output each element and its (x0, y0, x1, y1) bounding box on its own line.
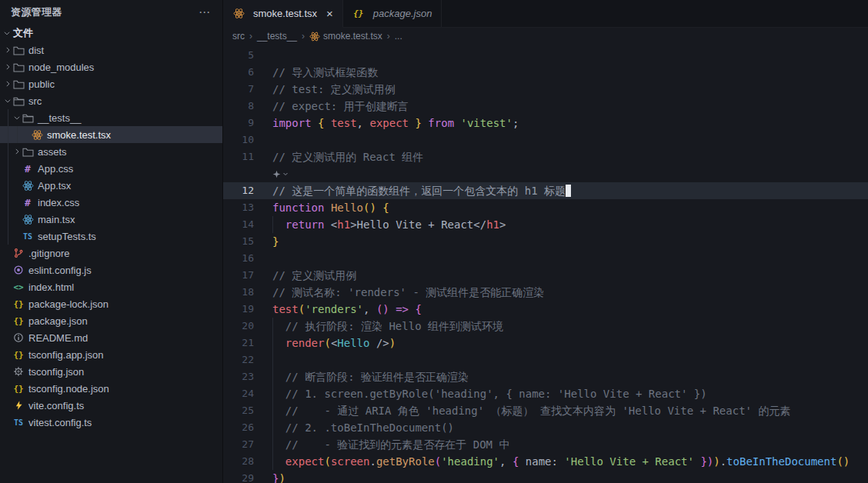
code-token: // 定义测试用的 React 组件 (272, 151, 423, 163)
code-line-content: // 测试名称: 'renders' - 测试组件是否能正确渲染 (272, 284, 868, 301)
tab-package-json[interactable]: {} package.json (343, 0, 442, 27)
code-line[interactable]: 20 // 执行阶段: 渲染 Hello 组件到测试环境 (223, 318, 868, 335)
chevron-right-icon (12, 145, 22, 158)
code-line[interactable]: 10 (223, 132, 868, 148)
code-line[interactable]: 5 (223, 47, 868, 64)
code-line[interactable]: 17// 定义测试用例 (223, 267, 868, 284)
tree-item-tsconfig.node.json[interactable]: {}tsconfig.node.json (0, 380, 222, 397)
code-token: ) (713, 455, 719, 468)
code-line[interactable]: 6// 导入测试框架函数 (223, 64, 868, 81)
line-number: 26 (223, 419, 254, 436)
eslint-icon (12, 264, 25, 276)
file-tree: distnode_modulespublicsrc__tests__smoke.… (0, 42, 222, 483)
code-line[interactable]: 29}) (223, 470, 868, 483)
tab-smoke-test[interactable]: smoke.test.tsx × (223, 0, 343, 28)
tree-item-label: package-lock.json (28, 298, 108, 310)
code-token: // expect: 用于创建断言 (272, 100, 409, 112)
tree-item-App.tsx[interactable]: App.tsx (0, 177, 222, 194)
line-number: 27 (223, 436, 254, 453)
code-token: ( (435, 455, 441, 468)
code-line-content: // 1. screen.getByRole('heading', { name… (272, 385, 868, 402)
tree-item-label: vite.config.ts (28, 400, 84, 411)
code-line[interactable]: 24 // 1. screen.getByRole('heading', { n… (223, 385, 868, 402)
breadcrumb-item-more[interactable]: ... (395, 31, 402, 42)
inline-widget-row[interactable] (223, 165, 868, 182)
line-number: 23 (223, 368, 254, 385)
code-token: () (836, 455, 850, 468)
code-area: 56// 导入测试框架函数7// test: 定义测试用例8// expect:… (223, 45, 868, 483)
line-number: 28 (223, 453, 254, 470)
copilot-sparkle-icon[interactable] (272, 165, 289, 182)
code-line[interactable]: 27 // - 验证找到的元素是否存在于 DOM 中 (223, 436, 868, 453)
code-token: render (285, 337, 325, 349)
tree-item-eslint.config.js[interactable]: eslint.config.js (0, 261, 222, 278)
code-line[interactable]: 18// 测试名称: 'renders' - 测试组件是否能正确渲染 (223, 284, 868, 301)
breadcrumb-item-file[interactable]: smoke.test.tsx (309, 31, 382, 42)
code-line[interactable]: 25 // - 通过 ARIA 角色 'heading' （标题） 查找文本内容… (223, 402, 868, 419)
code-token (389, 303, 396, 315)
tree-item-package.json[interactable]: {}package.json (0, 312, 222, 329)
tree-item-App.css[interactable]: #App.css (0, 160, 222, 177)
tree-item-.gitignore[interactable]: .gitignore (0, 245, 222, 261)
code-token: , (357, 117, 370, 129)
code-line[interactable]: 8// expect: 用于创建断言 (223, 98, 868, 115)
info-icon (12, 331, 25, 344)
code-line[interactable]: 7// test: 定义测试用例 (223, 81, 868, 98)
tree-item-assets[interactable]: assets (0, 143, 222, 160)
code-token (272, 218, 285, 231)
tree-item-index.html[interactable]: <>index.html (0, 278, 222, 295)
code-line[interactable]: 14 return <h1>Hello Vite + React</h1> (223, 216, 868, 233)
code-token: () (376, 303, 389, 315)
code-line[interactable]: 23 // 断言阶段: 验证组件是否正确渲染 (223, 368, 868, 385)
code-line[interactable]: 16 (223, 250, 868, 267)
code-token: h1 (486, 218, 499, 231)
tree-item-setupTests.ts[interactable]: TSsetupTests.ts (0, 228, 222, 245)
tree-item-vitest.config.ts[interactable]: TSvitest.config.ts (0, 414, 222, 431)
code-line[interactable]: 21 render(<Hello />) (223, 335, 868, 351)
code-line-content (272, 250, 868, 267)
indent-guide (8, 194, 8, 211)
code-line[interactable]: 12// 这是一个简单的函数组件，返回一个包含文本的 h1 标题 (223, 182, 868, 199)
code-line[interactable]: 22 (223, 351, 868, 368)
react-icon (309, 31, 320, 42)
tree-item-public[interactable]: public (0, 75, 222, 92)
line-number: 20 (223, 318, 254, 335)
breadcrumb-item-src[interactable]: src (232, 31, 245, 42)
files-section-header[interactable]: 文件 (0, 25, 222, 42)
close-icon[interactable]: × (326, 8, 333, 19)
code-line-content: // 断言阶段: 验证组件是否正确渲染 (272, 368, 868, 385)
braces-icon: {} (12, 382, 25, 395)
code-line[interactable]: 13function Hello() { (223, 199, 868, 216)
code-line-content: // 2. .toBeInTheDocument() (272, 419, 868, 436)
code-token: ) (279, 472, 285, 483)
tree-item-dist[interactable]: dist (0, 42, 222, 58)
tree-item-index.css[interactable]: #index.css (0, 194, 222, 211)
breadcrumb-item-tests[interactable]: __tests__ (257, 31, 297, 42)
tree-item-vite.config.ts[interactable]: vite.config.ts (0, 397, 222, 414)
hash-icon: # (22, 162, 34, 175)
code-line[interactable]: 11// 定义测试用的 React 组件 (223, 148, 868, 165)
tree-item-label: App.css (38, 163, 73, 175)
tree-item-src[interactable]: src (0, 92, 222, 109)
tree-item-smoke.test.tsx[interactable]: smoke.test.tsx (0, 126, 222, 143)
tree-item-__tests__[interactable]: __tests__ (0, 109, 222, 126)
tree-item-tsconfig.app.json[interactable]: {}tsconfig.app.json (0, 346, 222, 363)
code-line[interactable]: 15} (223, 233, 868, 250)
text-cursor (566, 185, 571, 197)
code-line-content: // 导入测试框架函数 (272, 64, 868, 81)
tree-item-tsconfig.json[interactable]: tsconfig.json (0, 363, 222, 380)
tree-item-README.md[interactable]: README.md (0, 329, 222, 346)
code-line[interactable]: 19test('renders', () => { (223, 301, 868, 318)
code-token: test (272, 303, 299, 315)
code-line[interactable]: 28 expect(screen.getByRole('heading', { … (223, 453, 868, 470)
tree-item-node_modules[interactable]: node_modules (0, 58, 222, 75)
indent-guide (8, 143, 8, 160)
code-line-content: render(<Hello />) (272, 335, 868, 351)
code-line-content: }) (272, 470, 868, 483)
tree-item-package-lock.json[interactable]: {}package-lock.json (0, 295, 222, 312)
chevron-right-icon (3, 61, 12, 73)
tree-item-main.tsx[interactable]: main.tsx (0, 211, 222, 228)
code-line[interactable]: 9import { test, expect } from 'vitest'; (223, 115, 868, 132)
more-actions-icon[interactable]: ⋯ (199, 5, 212, 19)
code-line[interactable]: 26 // 2. .toBeInTheDocument() (223, 419, 868, 436)
